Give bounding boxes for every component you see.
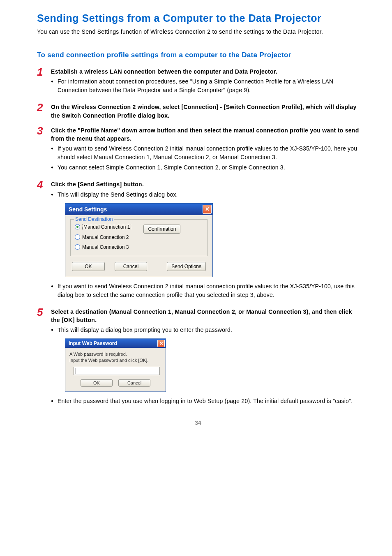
- step-3: 3 Click the "Profile Name" down arrow bu…: [37, 125, 359, 174]
- step-number: 4: [37, 179, 51, 301]
- step-heading: Click the "Profile Name" down arrow butt…: [51, 126, 359, 143]
- step-number: 1: [37, 67, 51, 96]
- step-heading: On the Wireless Connection 2 window, sel…: [51, 103, 359, 120]
- page-title: Sending Settings from a Computer to the …: [37, 12, 359, 24]
- step-heading: Click the [Send Settings] button.: [51, 180, 359, 188]
- section-title: To send connection profile settings from…: [37, 51, 359, 59]
- step-bullet: If you want to send Wireless Connection …: [51, 282, 359, 299]
- step-bullet: If you want to send Wireless Connection …: [51, 144, 359, 162]
- step-number: 2: [37, 102, 51, 120]
- radio-manual-connection-1[interactable]: Manual Connection 1: [75, 224, 131, 230]
- step-bullet: For information about connection procedu…: [51, 77, 359, 95]
- intro-text: You can use the Send Settings function o…: [37, 28, 359, 36]
- dialog-titlebar: Input Web Password ✕: [65, 339, 166, 348]
- step-number: 3: [37, 125, 51, 174]
- radio-label: Manual Connection 3: [82, 244, 129, 250]
- send-options-button[interactable]: Send Options: [167, 262, 206, 271]
- group-legend: Send Destination: [74, 216, 114, 222]
- radio-manual-connection-2[interactable]: Manual Connection 2: [75, 234, 131, 240]
- radio-label: Manual Connection 1: [82, 224, 131, 230]
- close-icon: ✕: [159, 341, 163, 346]
- radio-icon: [75, 234, 80, 240]
- dialog-message: A Web password is required. Input the We…: [69, 351, 161, 364]
- radio-icon: [75, 244, 80, 250]
- radio-manual-connection-3[interactable]: Manual Connection 3: [75, 244, 131, 250]
- step-number: 5: [37, 307, 51, 407]
- step-5: 5 Select a destination (Manual Connectio…: [37, 307, 359, 407]
- input-web-password-dialog: Input Web Password ✕ A Web password is r…: [65, 338, 166, 392]
- confirmation-button[interactable]: Confirmation: [143, 225, 180, 234]
- ok-button[interactable]: OK: [81, 379, 113, 387]
- close-button[interactable]: ✕: [157, 340, 165, 347]
- dialog-title: Send Settings: [69, 206, 107, 213]
- step-2: 2 On the Wireless Connection 2 window, s…: [37, 102, 359, 120]
- step-bullet: Enter the password that you use when log…: [51, 397, 359, 405]
- step-4: 4 Click the [Send Settings] button. This…: [37, 179, 359, 301]
- step-1: 1 Establish a wireless LAN connection be…: [37, 67, 359, 96]
- send-settings-dialog: Send Settings ✕ Send Destination Manual …: [65, 203, 213, 277]
- ok-button[interactable]: OK: [72, 262, 105, 271]
- step-bullet: You cannot select Simple Connection 1, S…: [51, 163, 359, 172]
- radio-icon: [75, 224, 80, 229]
- dialog-titlebar: Send Settings ✕: [65, 204, 212, 215]
- step-bullet: This will display a dialog box prompting…: [51, 326, 359, 334]
- cancel-button[interactable]: Cancel: [118, 379, 150, 387]
- password-input[interactable]: [74, 367, 160, 375]
- radio-label: Manual Connection 2: [82, 234, 129, 240]
- close-icon: ✕: [205, 206, 210, 212]
- close-button[interactable]: ✕: [203, 205, 212, 214]
- step-heading: Establish a wireless LAN connection betw…: [51, 67, 359, 76]
- dialog-title: Input Web Password: [69, 341, 117, 346]
- cancel-button[interactable]: Cancel: [115, 262, 148, 271]
- page-number: 34: [37, 419, 359, 426]
- send-destination-group: Send Destination Manual Connection 1 Man…: [70, 219, 208, 256]
- step-bullet: This will display the Send Settings dial…: [51, 190, 359, 199]
- step-heading: Select a destination (Manual Connection …: [51, 308, 359, 324]
